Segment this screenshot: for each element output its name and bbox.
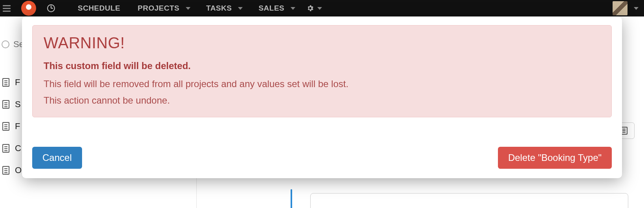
- warning-alert: WARNING! This custom field will be delet…: [32, 25, 612, 117]
- sidebar-item-label: C: [15, 143, 21, 153]
- document-icon: [2, 166, 9, 175]
- modal-footer: Cancel Delete "Booking Type": [32, 134, 612, 169]
- user-avatar[interactable]: [613, 1, 628, 15]
- top-navbar: SCHEDULE PROJECTS TASKS SALES: [0, 0, 644, 16]
- nav-schedule[interactable]: SCHEDULE: [69, 0, 129, 16]
- clock-icon[interactable]: [47, 4, 55, 12]
- menu-icon[interactable]: [0, 0, 13, 16]
- caret-down-icon[interactable]: [238, 7, 243, 10]
- clock-icon: [2, 40, 9, 48]
- warning-title: WARNING!: [44, 34, 600, 52]
- caret-down-icon[interactable]: [186, 7, 190, 10]
- nav-tasks[interactable]: TASKS: [198, 0, 240, 16]
- warning-line: This action cannot be undone.: [44, 95, 600, 106]
- sidebar-item-label: F: [15, 121, 20, 131]
- document-icon: [2, 100, 9, 109]
- cancel-button[interactable]: Cancel: [32, 147, 82, 169]
- warning-line: This field will be removed from all proj…: [44, 78, 600, 89]
- delete-button[interactable]: Delete "Booking Type": [498, 147, 612, 169]
- caret-down-icon[interactable]: [317, 7, 322, 10]
- app-logo[interactable]: [21, 1, 36, 16]
- gear-icon[interactable]: [306, 4, 314, 12]
- active-indicator: [291, 189, 292, 208]
- document-icon: [2, 144, 9, 153]
- nav-projects[interactable]: PROJECTS: [129, 0, 188, 16]
- delete-warning-modal: WARNING! This custom field will be delet…: [22, 16, 622, 178]
- document-icon: [2, 78, 9, 87]
- nav-items: SCHEDULE PROJECTS TASKS SALES: [69, 0, 329, 16]
- document-icon: [2, 122, 9, 131]
- sidebar-item-label: F: [15, 77, 20, 88]
- navbar-right: [613, 1, 644, 15]
- nav-sales[interactable]: SALES: [250, 0, 293, 16]
- sidebar-item-label: S: [15, 99, 21, 109]
- warning-strong-line: This custom field will be deleted.: [44, 60, 600, 71]
- caret-down-icon[interactable]: [634, 7, 639, 10]
- caret-down-icon[interactable]: [291, 7, 295, 10]
- content-field[interactable]: [310, 193, 628, 208]
